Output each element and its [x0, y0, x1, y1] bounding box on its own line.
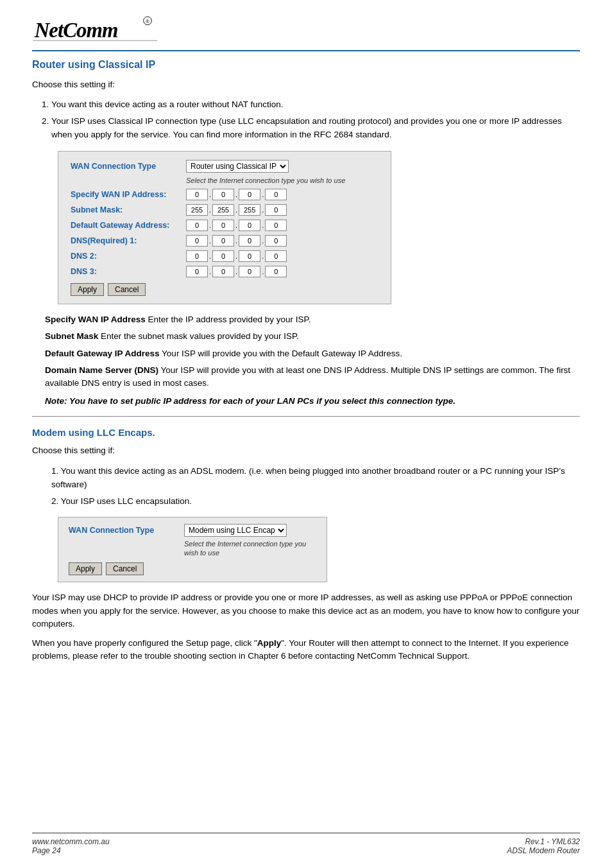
subnet-dot-3: .: [262, 206, 264, 214]
wan-form-1-table: WAN Connection Type Router using Classic…: [68, 158, 381, 279]
section1-list: You want this device acting as a router …: [51, 98, 580, 142]
subnet-octet-4[interactable]: [265, 204, 287, 216]
dns3-row: DNS 3: . . .: [68, 264, 381, 279]
section1-heading: Router using Classical IP: [32, 59, 580, 71]
dns1-field: . . .: [186, 235, 378, 247]
desc-gateway: Default Gateway IP Address Your ISP will…: [45, 347, 580, 360]
dns3-octet-1[interactable]: [186, 266, 208, 277]
dns1-dot-3: .: [262, 237, 264, 245]
wan-ip-label: Specify WAN IP Address:: [68, 187, 183, 202]
wan-ip-octet-4[interactable]: [265, 189, 287, 200]
desc-block-1: Specify WAN IP Address Enter the IP addr…: [45, 313, 580, 390]
dns2-octet-4[interactable]: [265, 250, 287, 262]
wan-dropdown-wrap: Router using Classical IP: [186, 160, 378, 173]
footer-rev: Rev.1 - YML632: [507, 837, 580, 846]
desc-subnet: Subnet Mask Enter the subnet mask values…: [45, 330, 580, 343]
section1-intro: Choose this setting if:: [32, 78, 580, 91]
subnet-row: Subnet Mask: . . .: [68, 202, 381, 218]
dns2-octet-1[interactable]: [186, 250, 208, 262]
dns3-dot-3: .: [262, 268, 264, 275]
footer-right: Rev.1 - YML632 ADSL Modem Router: [507, 837, 580, 855]
wan-hint-label: [68, 174, 183, 187]
svg-text:NetComm: NetComm: [34, 19, 118, 42]
subnet-octet-2[interactable]: [212, 204, 234, 216]
subnet-octet-1[interactable]: [186, 204, 208, 216]
divider-1: [32, 416, 580, 417]
dns3-octet-2[interactable]: [212, 266, 234, 277]
cancel-button-1[interactable]: Cancel: [108, 283, 146, 296]
dns2-inputs: . . .: [183, 248, 381, 264]
dns1-octet-4[interactable]: [265, 235, 287, 247]
ip-dot-3: .: [262, 191, 264, 198]
subnet-dot-2: .: [235, 206, 237, 214]
apply-button-1[interactable]: Apply: [71, 283, 104, 296]
dns1-octet-2[interactable]: [212, 235, 234, 247]
dns1-dot-2: .: [235, 237, 237, 245]
gateway-row: Default Gateway Address: . . .: [68, 218, 381, 233]
footer-product: ADSL Modem Router: [507, 846, 580, 855]
section2-list: 1. You want this device acting as an ADS…: [45, 464, 580, 508]
note1: Note: You have to set public IP address …: [45, 396, 580, 406]
dns3-octet-3[interactable]: [239, 266, 260, 277]
dns2-row: DNS 2: . . .: [68, 248, 381, 264]
dns3-label: DNS 3:: [68, 264, 183, 279]
desc-dns-term: Domain Name Server (DNS): [45, 365, 158, 375]
desc-gateway-desc: Your ISP will provide you with the Defau…: [162, 349, 402, 358]
subnet-octet-3[interactable]: [239, 204, 260, 216]
dns2-dot-3: .: [262, 252, 264, 260]
wan-type-row-2: WAN Connection Type Modem using LLC Enca…: [66, 523, 319, 538]
gateway-label: Default Gateway Address:: [68, 218, 183, 233]
section1-point-1: You want this device acting as a router …: [51, 98, 580, 112]
footer-website: www.netcomm.com.au: [32, 837, 110, 846]
form2-btn-row: Apply Cancel: [66, 562, 319, 575]
wan-type-select[interactable]: Router using Classical IP: [186, 160, 289, 173]
wan-dropdown-wrap-2: Modem using LLC Encaps.: [184, 524, 316, 537]
dns3-octet-4[interactable]: [265, 266, 287, 277]
dns1-octet-3[interactable]: [239, 235, 260, 247]
desc-subnet-term: Subnet Mask: [45, 331, 98, 341]
subnet-inputs: . . .: [183, 202, 381, 218]
dns2-label: DNS 2:: [68, 248, 183, 264]
gateway-octet-3[interactable]: [239, 220, 260, 231]
netcomm-logo: NetComm ®: [32, 13, 160, 45]
wan-type-label-2: WAN Connection Type: [66, 523, 182, 538]
dns1-row: DNS(Required) 1: . . .: [68, 233, 381, 248]
dns3-dot-2: .: [235, 268, 237, 275]
gateway-octet-2[interactable]: [212, 220, 234, 231]
dns2-field: . . .: [186, 250, 378, 262]
gateway-inputs: . . .: [183, 218, 381, 233]
apply-button-2[interactable]: Apply: [69, 562, 102, 575]
wan-form-2-table: WAN Connection Type Modem using LLC Enca…: [66, 523, 319, 559]
wan-ip-octet-2[interactable]: [212, 189, 234, 200]
dns2-octet-2[interactable]: [212, 250, 234, 262]
gateway-field: . . .: [186, 220, 378, 231]
note1-text: Note: You have to set public IP address …: [45, 396, 455, 406]
gw-dot-1: .: [209, 221, 211, 229]
wan-hint-2: Select the Internet connection type you …: [184, 540, 306, 557]
wan-ip-octet-1[interactable]: [186, 189, 208, 200]
wan-hint-text-2: Select the Internet connection type you …: [182, 538, 319, 559]
section2-heading: Modem using LLC Encaps.: [32, 427, 580, 438]
desc-subnet-desc: Enter the subnet mask values provided by…: [101, 331, 299, 341]
dns1-dot-1: .: [209, 237, 211, 245]
gateway-octet-4[interactable]: [265, 220, 287, 231]
gateway-octet-1[interactable]: [186, 220, 208, 231]
ip-dot-1: .: [209, 191, 211, 198]
body-paragraph-1: Your ISP may use DHCP to provide IP addr…: [32, 591, 580, 630]
dns2-dot-2: .: [235, 252, 237, 260]
svg-text:®: ®: [146, 19, 149, 24]
wan-ip-octet-3[interactable]: [239, 189, 260, 200]
dns1-octet-1[interactable]: [186, 235, 208, 247]
footer-left: www.netcomm.com.au Page 24: [32, 837, 110, 855]
desc-dns: Domain Name Server (DNS) Your ISP will p…: [45, 364, 580, 390]
desc-wan-ip-desc: Enter the IP address provided by your IS…: [148, 315, 311, 324]
wan-hint-row-2: Select the Internet connection type you …: [66, 538, 319, 559]
dns3-inputs: . . .: [183, 264, 381, 279]
body-paragraph-2: When you have properly configured the Se…: [32, 637, 580, 663]
wan-type-select-2[interactable]: Modem using LLC Encaps.: [184, 524, 287, 537]
cancel-button-2[interactable]: Cancel: [106, 562, 144, 575]
wan-hint: Select the Internet connection type you …: [186, 177, 345, 184]
dns3-field: . . .: [186, 266, 378, 277]
dns2-octet-3[interactable]: [239, 250, 260, 262]
section2-point-1: 1. You want this device acting as an ADS…: [45, 464, 580, 492]
